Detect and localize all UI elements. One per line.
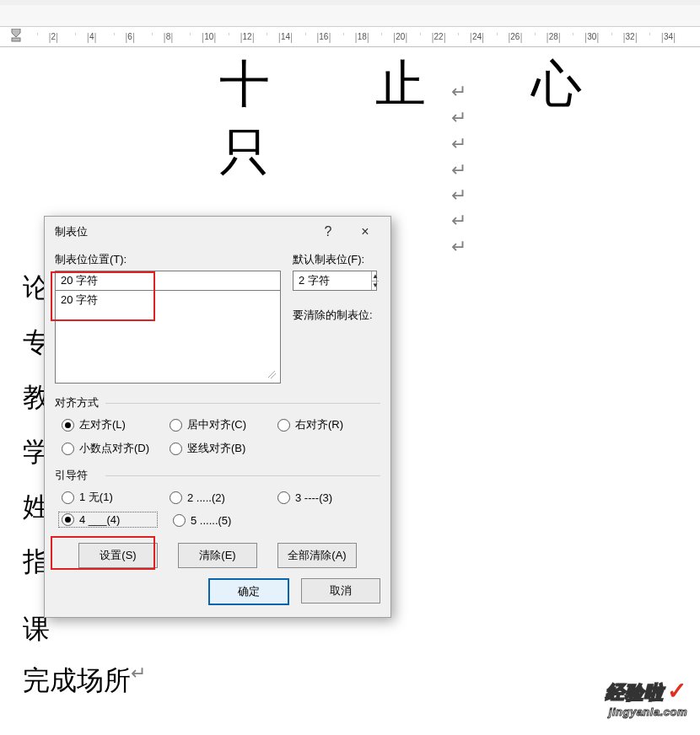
ruler-tick: | 34 | — [661, 27, 676, 46]
radio-icon — [62, 513, 74, 526]
ruler-tick: | 12 | — [240, 27, 254, 46]
ruler-tick: | 28 | — [547, 27, 561, 46]
leader-5-radio[interactable]: 5 ......(5) — [173, 513, 266, 528]
default-tab-label: 默认制表位(F): — [293, 252, 380, 267]
ruler-tick: | 8 | — [164, 27, 174, 46]
leader-group-title: 引导符 — [55, 468, 380, 483]
align-decimal-radio[interactable]: 小数点对齐(D) — [62, 441, 154, 456]
spinner-up-icon[interactable]: ▲ — [372, 271, 379, 282]
watermark-text: 经验啦 — [606, 682, 664, 703]
clear-all-button[interactable]: 全部清除(A) — [277, 543, 357, 568]
paragraph-mark-icon: ↵ — [451, 159, 466, 181]
ruler-minor-tick: ˈ — [419, 27, 422, 46]
ruler-minor-tick: ˈ — [572, 27, 574, 46]
ruler-tick: | 18 | — [355, 27, 369, 46]
tab-position-list-item[interactable]: 20 字符 — [56, 291, 280, 309]
cancel-button[interactable]: 取消 — [301, 578, 380, 604]
set-button[interactable]: 设置(S) — [78, 543, 158, 568]
leader-3-radio[interactable]: 3 ----(3) — [277, 490, 370, 505]
document-line-bottom: 完成场所↵ — [23, 663, 146, 700]
ruler-tick: | 32 | — [622, 27, 637, 46]
radio-icon — [170, 491, 182, 504]
paragraph-mark-icon: ↵ — [451, 133, 466, 155]
ruler-tick: | 6 | — [125, 27, 135, 46]
list-resize-grip-icon[interactable] — [266, 368, 279, 382]
ruler-minor-tick: ˈ — [151, 27, 153, 46]
alignment-group: 对齐方式 左对齐(L) 居中对齐(C) 右对齐(R) 小数点对齐 — [55, 395, 380, 456]
clear-button[interactable]: 清除(E) — [178, 543, 257, 568]
ruler-gap — [0, 5, 700, 26]
dialog-titlebar[interactable]: 制表位 ? × — [45, 217, 390, 247]
ruler-tick: | 24 | — [470, 27, 484, 46]
alignment-group-title: 对齐方式 — [55, 395, 380, 410]
ruler-minor-tick: ˈ — [228, 27, 230, 46]
ruler-tick: | 20 | — [393, 27, 407, 46]
bottom-text-content: 完成场所 — [23, 665, 131, 695]
paragraph-mark-icon: ↵ — [131, 663, 146, 684]
ruler-tick: | 16 | — [316, 27, 331, 46]
ruler-tick: | 4 | — [87, 27, 97, 46]
ruler-minor-tick: ˈ — [380, 27, 383, 46]
radio-icon — [62, 419, 74, 432]
ruler-minor-tick: ˈ — [304, 27, 307, 46]
close-button[interactable]: × — [347, 219, 384, 244]
tab-position-listbox[interactable]: 20 字符 — [55, 291, 281, 384]
ruler-minor-tick: ˈ — [266, 27, 268, 46]
paragraph-mark-icon: ↵ — [451, 107, 466, 129]
leader-2-radio[interactable]: 2 .....(2) — [170, 490, 262, 505]
ruler-minor-tick: ˈ — [74, 27, 77, 46]
default-tab-input[interactable] — [293, 271, 371, 290]
radio-icon — [170, 419, 182, 432]
radio-icon — [62, 491, 74, 504]
ruler-tick: | 26 | — [508, 27, 522, 46]
leader-group: 引导符 1 无(1) 2 .....(2) 3 ----(3) — [55, 468, 380, 528]
ruler-tick: | 14 | — [278, 27, 293, 46]
align-center-radio[interactable]: 居中对齐(C) — [170, 417, 262, 432]
default-tab-spinner[interactable]: ▲ ▼ — [293, 271, 377, 291]
leader-4-radio[interactable]: 4 ___(4) — [58, 512, 158, 528]
paragraph-mark-icon: ↵ — [451, 210, 466, 232]
paragraph-mark-icon: ↵ — [451, 236, 466, 258]
ruler-minor-tick: ˈ — [534, 27, 536, 46]
ruler-tick: | 2 | — [48, 27, 58, 46]
tabs-to-clear-label: 要清除的制表位: — [293, 308, 380, 323]
ruler-minor-tick: ˈ — [342, 27, 345, 46]
ruler-minor-tick: ˈ — [649, 27, 651, 46]
paragraph-mark-icon: ↵ — [451, 185, 466, 207]
ruler-tick: | 22 | — [431, 27, 445, 46]
ruler-minor-tick: ˈ — [189, 27, 191, 46]
ruler-minor-tick: ˈ — [611, 27, 613, 46]
align-right-radio[interactable]: 右对齐(R) — [277, 417, 370, 432]
ok-button[interactable]: 确定 — [208, 578, 289, 605]
help-button[interactable]: ? — [310, 219, 347, 244]
spinner-down-icon[interactable]: ▼ — [372, 282, 379, 291]
ruler-minor-tick: ˈ — [496, 27, 498, 46]
tab-position-label: 制表位位置(T): — [55, 252, 281, 267]
radio-icon — [173, 514, 186, 527]
paragraph-mark-icon: ↵ — [451, 81, 466, 103]
ruler-minor-tick: ˈ — [113, 27, 116, 46]
radio-icon — [62, 443, 74, 455]
dialog-title: 制表位 — [55, 224, 310, 239]
align-bar-radio[interactable]: 竖线对齐(B) — [170, 441, 262, 456]
ruler-tick: | 10 | — [202, 27, 216, 46]
ruler-tick: | 30 | — [584, 27, 599, 46]
ruler-minor-tick: ˈ — [36, 27, 39, 46]
radio-icon — [277, 419, 290, 432]
tab-position-input[interactable] — [55, 271, 281, 291]
tab-stops-dialog: 制表位 ? × 制表位位置(T): 20 字符 默认制表位(F): — [44, 216, 391, 618]
radio-icon — [277, 491, 290, 504]
horizontal-ruler[interactable]: | 2 |ˈ| 4 |ˈ| 6 |ˈ| 8 |ˈ| 10 |ˈ| 12 |ˈ| … — [0, 26, 700, 47]
checkmark-icon: ✓ — [667, 678, 687, 704]
watermark: 经验啦✓ jingyanla.com — [606, 677, 687, 718]
leader-1-radio[interactable]: 1 无(1) — [62, 490, 154, 505]
watermark-url: jingyanla.com — [606, 705, 687, 718]
radio-icon — [170, 443, 182, 455]
ruler-minor-tick: ˈ — [457, 27, 460, 46]
align-left-radio[interactable]: 左对齐(L) — [62, 417, 154, 432]
